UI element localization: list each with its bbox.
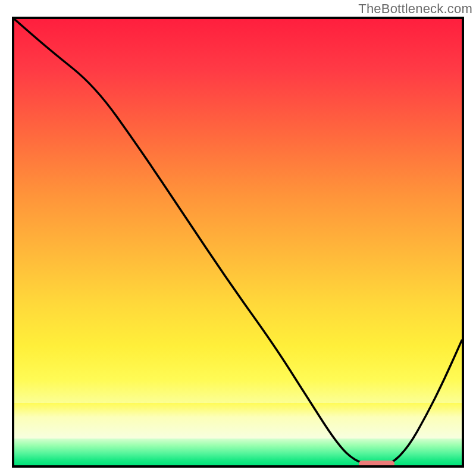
watermark-text: TheBottleneck.com: [358, 1, 472, 17]
bottleneck-curve: [14, 19, 462, 465]
chart-frame: TheBottleneck.com: [0, 0, 476, 476]
plot-area: [12, 17, 464, 468]
curve-path: [14, 19, 462, 465]
optimal-range-marker: [359, 461, 394, 467]
